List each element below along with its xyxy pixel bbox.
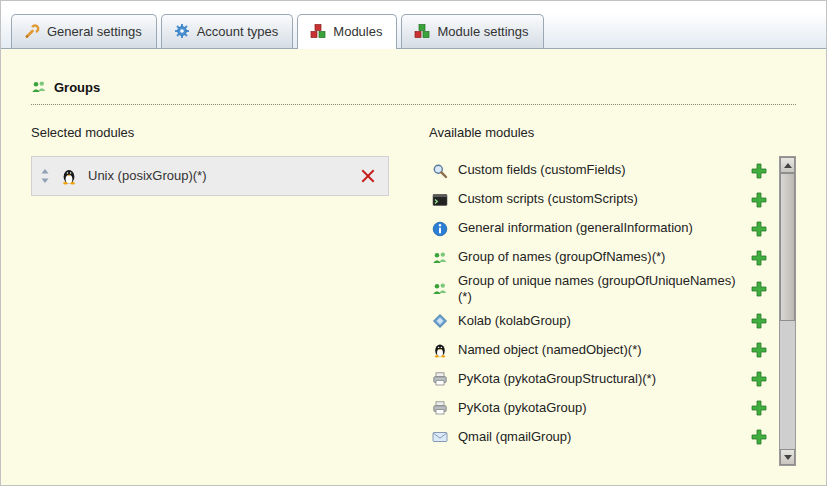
tab-modules[interactable]: Modules: [297, 14, 397, 49]
module-label: Named object (namedObject)(*): [458, 342, 736, 358]
printer-icon: [431, 400, 449, 416]
available-module-row: PyKota (pykotaGroupStructural)(*): [429, 365, 771, 394]
modules-panel: Groups Selected modules: [1, 49, 826, 485]
available-module-row: Group of names (groupOfNames)(*): [429, 243, 771, 272]
gear-icon: [174, 23, 190, 39]
tab-label: Module settings: [437, 24, 528, 39]
tab-label: General settings: [47, 24, 142, 39]
add-module-button[interactable]: [751, 429, 767, 445]
add-module-button[interactable]: [751, 221, 767, 237]
printer-icon: [431, 371, 449, 387]
available-module-row: Custom scripts (customScripts): [429, 185, 771, 214]
available-module-row: Qmail (qmailGroup): [429, 423, 771, 452]
module-label: Kolab (kolabGroup): [458, 313, 736, 329]
mail-icon: [431, 429, 449, 445]
terminal-icon: [431, 192, 449, 208]
module-label: PyKota (pykotaGroupStructural)(*): [458, 371, 736, 387]
add-module-button[interactable]: [751, 281, 767, 297]
selected-module-label: Unix (posixGroup)(*): [88, 168, 350, 184]
available-module-row: Group of unique names (groupOfUniqueName…: [429, 272, 771, 307]
module-settings-icon: [414, 23, 430, 39]
add-module-button[interactable]: [751, 313, 767, 329]
drag-handle-icon[interactable]: [40, 169, 50, 183]
selected-modules-heading: Selected modules: [31, 125, 389, 140]
available-modules-column: Available modules Custom fields (customF…: [429, 125, 796, 466]
module-label: PyKota (pykotaGroup): [458, 400, 736, 416]
selected-module-row[interactable]: Unix (posixGroup)(*): [32, 157, 388, 195]
add-module-button[interactable]: [751, 192, 767, 208]
scrollbar-thumb[interactable]: [780, 173, 795, 321]
available-module-row: PyKota (pykotaGroup): [429, 394, 771, 423]
tab-label: Modules: [333, 24, 382, 39]
scrollbar-track[interactable]: [780, 173, 795, 449]
add-module-button[interactable]: [751, 371, 767, 387]
module-label: Group of unique names (groupOfUniqueName…: [458, 273, 736, 306]
module-columns: Selected modules: [31, 125, 796, 466]
add-module-button[interactable]: [751, 250, 767, 266]
magnifier-icon: [431, 163, 449, 179]
module-label: Group of names (groupOfNames)(*): [458, 249, 736, 265]
scrollbar-up-button[interactable]: [780, 157, 795, 173]
tab-general-settings[interactable]: General settings: [11, 14, 157, 48]
module-label: Custom fields (customFields): [458, 162, 736, 178]
module-label: Qmail (qmailGroup): [458, 429, 736, 445]
lam-configuration-page: General settings Account types: [0, 0, 827, 486]
selected-modules-column: Selected modules: [31, 125, 389, 466]
available-modules-list: Custom fields (customFields): [429, 156, 771, 466]
tools-icon: [24, 23, 40, 39]
available-module-row: General information (generalInformation): [429, 214, 771, 243]
kolab-icon: [431, 313, 449, 329]
module-label: General information (generalInformation): [458, 220, 736, 236]
add-module-button[interactable]: [751, 342, 767, 358]
available-module-row: Named object (namedObject)(*): [429, 336, 771, 365]
group-icon: [431, 281, 449, 297]
tab-account-types[interactable]: Account types: [161, 14, 294, 48]
available-modules-heading: Available modules: [429, 125, 796, 140]
groups-section-title: Groups: [31, 79, 796, 105]
add-module-button[interactable]: [751, 400, 767, 416]
modules-icon: [310, 23, 326, 39]
available-module-row: Kolab (kolabGroup): [429, 307, 771, 336]
module-label: Custom scripts (customScripts): [458, 191, 736, 207]
selected-modules-box: Unix (posixGroup)(*): [31, 156, 389, 196]
remove-module-button[interactable]: [360, 168, 376, 184]
available-modules-scrollbar[interactable]: [779, 156, 796, 466]
tab-label: Account types: [197, 24, 279, 39]
tab-module-settings[interactable]: Module settings: [401, 14, 543, 48]
tux-icon: [60, 167, 78, 185]
add-module-button[interactable]: [751, 163, 767, 179]
available-module-row: Custom fields (customFields): [429, 156, 771, 185]
scrollbar-down-button[interactable]: [780, 449, 795, 465]
groups-icon: [31, 79, 47, 95]
section-title-label: Groups: [54, 80, 100, 95]
info-icon: [431, 221, 449, 237]
tab-bar: General settings Account types: [1, 1, 826, 49]
tux-icon: [431, 342, 449, 358]
group-icon: [431, 250, 449, 266]
available-modules-list-wrap: Custom fields (customFields): [429, 156, 796, 466]
